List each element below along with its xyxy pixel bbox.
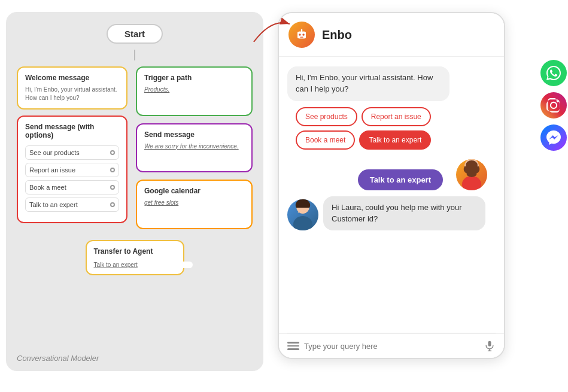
option-label: Talk to an expert bbox=[29, 201, 78, 208]
google-cal-card: Google calendar get free slots bbox=[136, 180, 253, 229]
support-avatar bbox=[287, 199, 318, 230]
option-report-issue-btn[interactable]: Report an issue bbox=[362, 107, 431, 126]
trigger-card: Trigger a path Products. bbox=[136, 66, 253, 116]
chat-messages: Hi, I'm Enbo, your virtual assistant. Ho… bbox=[279, 57, 504, 333]
transfer-body-wrap: Talk to an expert bbox=[94, 262, 193, 268]
messenger-icon bbox=[546, 130, 561, 145]
connector-line bbox=[134, 50, 135, 60]
trigger-body: Products. bbox=[144, 86, 244, 94]
google-cal-body: get free slots bbox=[144, 199, 244, 207]
modeler-panel: Start Welcome message Hi, I'm Enbo, your… bbox=[6, 12, 263, 371]
chat-container: Enbo Hi, I'm Enbo, your virtual assistan… bbox=[278, 12, 562, 359]
send-options-title: Send message (with options) bbox=[25, 123, 119, 139]
bot-greeting: Hi, I'm Enbo, your virtual assistant. Ho… bbox=[287, 66, 449, 101]
send-msg-body: We are sorry for the inconvenience. bbox=[144, 142, 244, 151]
send-msg-card: Send message We are sorry for the inconv… bbox=[136, 123, 253, 173]
transfer-title: Transfer to Agent bbox=[94, 247, 176, 256]
chat-options[interactable]: See products Report an issue Book a meet… bbox=[287, 107, 496, 153]
svg-rect-4 bbox=[300, 37, 303, 38]
option-see-products: See our products bbox=[25, 145, 119, 160]
mic-icon[interactable] bbox=[484, 340, 496, 352]
chat-input-bar bbox=[279, 333, 504, 358]
svg-point-6 bbox=[301, 29, 303, 31]
user-msg-row: Hi Laura, could you help me with your Cu… bbox=[287, 196, 496, 231]
transfer-body: Talk to an expert bbox=[94, 262, 193, 268]
option-dot bbox=[110, 202, 115, 207]
send-options-card: Send message (with options) See our prod… bbox=[17, 116, 127, 223]
agent-avatar bbox=[456, 159, 487, 190]
bot-name: Enbo bbox=[322, 28, 352, 42]
option-book-meet-btn[interactable]: Book a meet bbox=[296, 130, 355, 150]
option-talk-expert-btn[interactable]: Talk to an expert bbox=[359, 130, 431, 150]
social-icons bbox=[540, 60, 567, 151]
whatsapp-btn[interactable] bbox=[540, 60, 567, 86]
right-column: Trigger a path Products. Send message We… bbox=[136, 66, 253, 229]
option-see-products-btn[interactable]: See products bbox=[296, 107, 357, 126]
talk-expert-button[interactable]: Talk to an expert bbox=[358, 169, 443, 190]
chat-input[interactable] bbox=[304, 342, 479, 351]
start-node: Start bbox=[107, 24, 163, 44]
welcome-card-body: Hi, I'm Enbo, your virtual assistant. Ho… bbox=[25, 86, 119, 102]
welcome-card: Welcome message Hi, I'm Enbo, your virtu… bbox=[17, 66, 127, 110]
welcome-card-title: Welcome message bbox=[25, 74, 119, 82]
send-msg-title: Send message bbox=[144, 130, 244, 139]
option-dot bbox=[110, 150, 115, 155]
transfer-card: Transfer to Agent Talk to an expert bbox=[86, 240, 184, 275]
user-msg: Hi Laura, could you help me with your Cu… bbox=[323, 196, 485, 231]
chat-header: Enbo bbox=[279, 13, 504, 57]
trigger-title: Trigger a path bbox=[144, 74, 244, 82]
option-dot bbox=[110, 185, 115, 190]
agent-avatar-illustration bbox=[456, 159, 487, 190]
agent-row: Transfer to Agent Talk to an expert bbox=[86, 234, 184, 275]
option-talk-expert: Talk to an expert bbox=[25, 197, 119, 212]
whatsapp-icon bbox=[546, 66, 561, 80]
main-container: Start Welcome message Hi, I'm Enbo, your… bbox=[0, 0, 568, 392]
google-cal-title: Google calendar bbox=[144, 187, 244, 195]
svg-rect-13 bbox=[488, 341, 491, 347]
svg-point-3 bbox=[302, 34, 305, 36]
instagram-btn[interactable] bbox=[540, 92, 567, 118]
svg-point-11 bbox=[293, 216, 312, 230]
support-avatar-illustration bbox=[287, 199, 318, 230]
svg-point-8 bbox=[462, 176, 481, 190]
svg-point-2 bbox=[299, 34, 301, 36]
robot-icon bbox=[293, 26, 310, 43]
start-bubble: Start bbox=[107, 24, 163, 44]
option-dot bbox=[110, 168, 115, 172]
bot-avatar bbox=[288, 22, 315, 48]
option-label: See our products bbox=[29, 149, 80, 156]
option-label: Report an issue bbox=[29, 166, 75, 174]
option-report-issue: Report an issue bbox=[25, 163, 119, 177]
modeler-label: Conversational Modeler bbox=[17, 354, 99, 363]
phone-frame: Enbo Hi, I'm Enbo, your virtual assistan… bbox=[278, 12, 505, 359]
menu-icon[interactable] bbox=[287, 342, 299, 350]
messenger-btn[interactable] bbox=[540, 124, 567, 151]
nodes-main: Welcome message Hi, I'm Enbo, your virtu… bbox=[17, 66, 253, 229]
option-book-meet: Book a meet bbox=[25, 180, 119, 195]
left-column: Welcome message Hi, I'm Enbo, your virtu… bbox=[17, 66, 127, 229]
instagram-icon bbox=[546, 98, 561, 113]
talk-expert-row: Talk to an expert bbox=[287, 159, 496, 190]
option-label: Book a meet bbox=[29, 184, 66, 191]
